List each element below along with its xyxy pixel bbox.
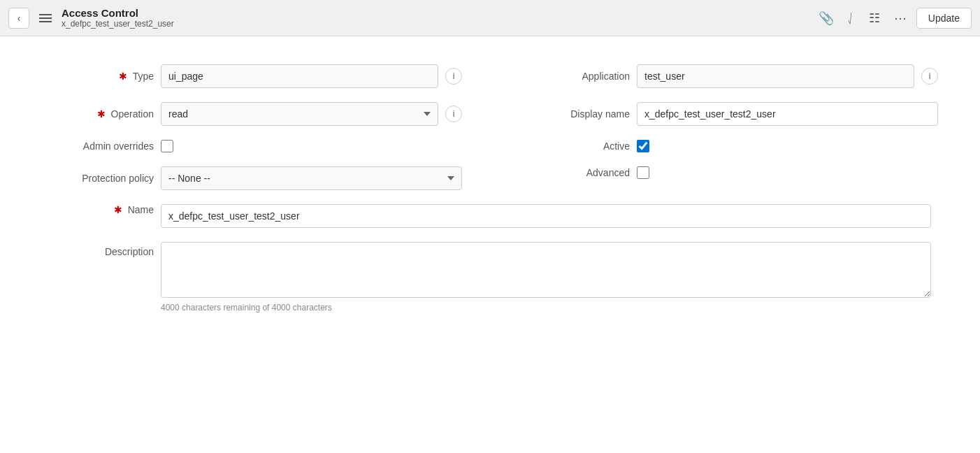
display-name-label: Display name <box>518 108 630 120</box>
protection-policy-row: Protection policy -- None -- Read-only P… <box>42 166 462 190</box>
page-title: Access Control <box>62 7 174 19</box>
type-label: ✱ Type <box>42 71 154 82</box>
operation-row: ✱ Operation read write create delete i <box>42 102 462 126</box>
description-row: Description 4000 characters remaining of… <box>42 242 938 312</box>
operation-label: ✱ Operation <box>42 108 154 120</box>
header: ‹ Access Control x_defpc_test_user_test2… <box>0 0 980 36</box>
application-input[interactable] <box>637 64 914 88</box>
sliders-icon: ☷ <box>869 10 880 26</box>
name-section: ✱ Name <box>42 204 938 228</box>
display-name-row: Display name <box>518 102 938 126</box>
name-row: ✱ Name <box>42 204 938 228</box>
operation-info-button[interactable]: i <box>445 106 462 122</box>
back-icon: ‹ <box>17 13 21 24</box>
admin-overrides-row: Admin overrides <box>42 140 462 152</box>
settings-button[interactable]: ☷ <box>865 6 884 30</box>
operation-select[interactable]: read write create delete <box>161 102 438 126</box>
paperclip-icon: 📎 <box>819 10 834 26</box>
header-left: ‹ Access Control x_defpc_test_user_test2… <box>8 7 807 29</box>
admin-overrides-label: Admin overrides <box>42 141 154 152</box>
type-row: ✱ Type i <box>42 64 462 88</box>
attachment-button[interactable]: 📎 <box>814 6 838 30</box>
activity-button[interactable]: ⎷ <box>844 8 859 29</box>
char-count: 4000 characters remaining of 4000 charac… <box>161 303 931 312</box>
application-info-icon: i <box>929 71 931 81</box>
display-name-input[interactable] <box>637 102 938 126</box>
left-column: ✱ Type i ✱ Operation read write create <box>42 64 490 204</box>
back-button[interactable]: ‹ <box>8 8 29 29</box>
name-label: ✱ Name <box>42 204 154 215</box>
description-label-spacer: Description <box>42 242 154 257</box>
header-right: 📎 ⎷ ☷ ⋯ Update <box>814 6 972 30</box>
pulse-icon: ⎷ <box>848 12 855 24</box>
admin-overrides-checkbox[interactable] <box>161 140 173 152</box>
hamburger-menu[interactable] <box>36 11 55 25</box>
active-checkbox[interactable] <box>637 140 649 152</box>
page-subtitle: x_defpc_test_user_test2_user <box>62 19 174 29</box>
application-label: Application <box>518 71 630 82</box>
required-star: ✱ <box>119 71 127 82</box>
required-star-op: ✱ <box>97 108 106 120</box>
name-required-star: ✱ <box>114 204 122 215</box>
protection-policy-select[interactable]: -- None -- Read-only Protected <box>161 166 462 190</box>
more-options-button[interactable]: ⋯ <box>890 6 911 30</box>
description-label: Description <box>42 242 154 257</box>
description-textarea[interactable] <box>161 242 931 298</box>
name-label-spacer: ✱ Name <box>42 204 154 215</box>
operation-info-icon: i <box>453 109 455 119</box>
header-title-block: Access Control x_defpc_test_user_test2_u… <box>62 7 174 29</box>
right-column: Application i Display name Active Advanc… <box>490 64 938 204</box>
advanced-checkbox[interactable] <box>637 166 649 179</box>
main-content: ✱ Type i ✱ Operation read write create <box>0 36 980 354</box>
type-info-button[interactable]: i <box>445 68 462 85</box>
description-field-wrapper: 4000 characters remaining of 4000 charac… <box>161 242 931 312</box>
active-label: Active <box>518 141 630 152</box>
active-row: Active <box>518 140 938 152</box>
update-button[interactable]: Update <box>916 8 972 29</box>
application-info-button[interactable]: i <box>921 68 938 85</box>
description-section: Description 4000 characters remaining of… <box>42 242 938 312</box>
name-input[interactable] <box>161 204 931 228</box>
application-row: Application i <box>518 64 938 88</box>
advanced-row: Advanced <box>518 166 938 179</box>
advanced-label: Advanced <box>518 167 630 178</box>
top-fields-section: ✱ Type i ✱ Operation read write create <box>42 64 938 204</box>
type-input[interactable] <box>161 64 438 88</box>
type-info-icon: i <box>453 71 455 81</box>
protection-policy-label: Protection policy <box>42 173 154 184</box>
more-icon: ⋯ <box>894 10 907 26</box>
